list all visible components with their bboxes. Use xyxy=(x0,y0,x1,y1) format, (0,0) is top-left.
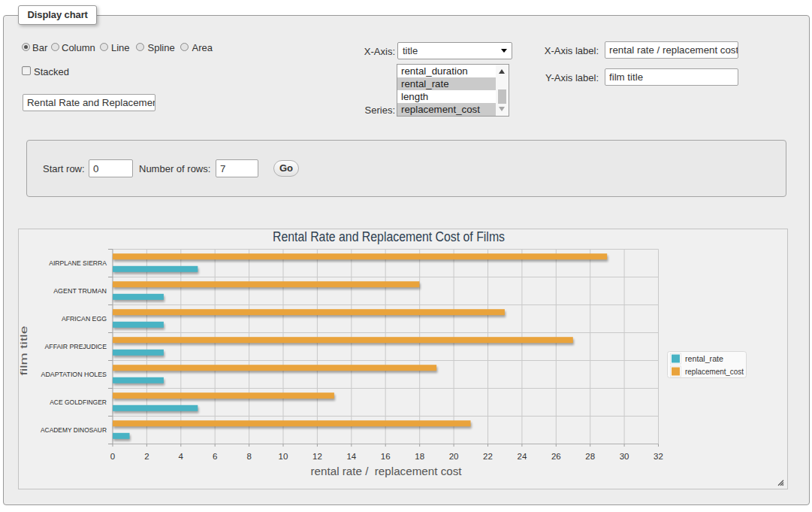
svg-text:14: 14 xyxy=(346,452,356,461)
svg-text:ACE GOLDFINGER: ACE GOLDFINGER xyxy=(50,398,107,406)
svg-text:16: 16 xyxy=(381,452,391,461)
svg-text:32: 32 xyxy=(654,452,663,461)
svg-text:26: 26 xyxy=(551,452,561,461)
svg-text:0: 0 xyxy=(110,452,115,461)
svg-text:10: 10 xyxy=(279,452,288,461)
svg-text:20: 20 xyxy=(449,452,459,461)
svg-text:film title: film title xyxy=(19,326,29,376)
svg-text:ACADEMY DINOSAUR: ACADEMY DINOSAUR xyxy=(41,426,107,434)
svg-text:18: 18 xyxy=(415,452,424,461)
svg-text:rental_rate: rental_rate xyxy=(685,354,723,363)
svg-text:24: 24 xyxy=(518,452,527,461)
svg-text:30: 30 xyxy=(620,452,629,461)
svg-text:2: 2 xyxy=(144,452,149,461)
svg-text:12: 12 xyxy=(312,452,322,461)
svg-text:28: 28 xyxy=(585,452,595,461)
svg-text:rental rate / replacement cos: rental rate / replacement cost xyxy=(311,465,462,477)
svg-text:AFFAIR PREJUDICE: AFFAIR PREJUDICE xyxy=(45,342,107,350)
svg-text:AGENT TRUMAN: AGENT TRUMAN xyxy=(53,286,107,295)
svg-text:Rental Rate and Replacement Co: Rental Rate and Replacement Cost of Film… xyxy=(273,229,505,244)
svg-text:AFRICAN EGG: AFRICAN EGG xyxy=(62,314,107,323)
svg-text:ADAPTATION HOLES: ADAPTATION HOLES xyxy=(41,370,107,378)
svg-text:22: 22 xyxy=(483,452,493,461)
svg-text:6: 6 xyxy=(213,452,217,461)
svg-text:4: 4 xyxy=(179,452,184,461)
svg-text:8: 8 xyxy=(246,452,251,461)
svg-text:AIRPLANE SIERRA: AIRPLANE SIERRA xyxy=(49,259,107,267)
svg-text:replacement_cost: replacement_cost xyxy=(685,367,744,376)
